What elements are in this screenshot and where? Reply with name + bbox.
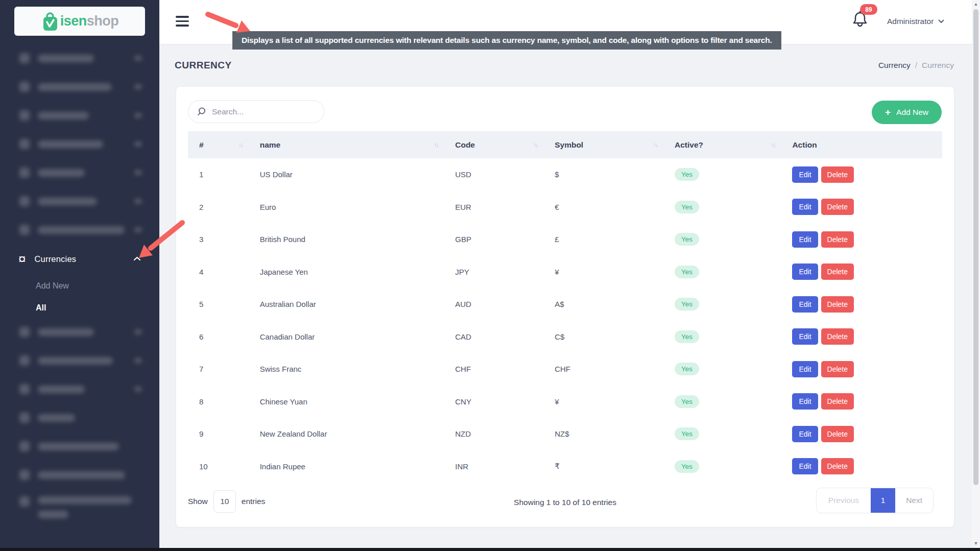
breadcrumb-item[interactable]: Currency — [878, 61, 911, 70]
edit-button[interactable]: Edit — [792, 296, 818, 313]
breadcrumb: Currency / Currency — [878, 61, 954, 70]
sidebar-item-blurred[interactable] — [0, 375, 159, 403]
sidebar-item-label: Currencies — [34, 254, 76, 264]
sort-arrows-icon[interactable]: ↑↓ — [533, 141, 537, 149]
blurred-icon — [19, 327, 30, 337]
delete-button[interactable]: Delete — [821, 296, 854, 313]
column-header-name[interactable]: name↑↓ — [248, 131, 443, 158]
cell-number: 3 — [188, 223, 248, 256]
edit-button[interactable]: Edit — [792, 199, 818, 215]
sidebar-item-blurred[interactable] — [0, 403, 159, 432]
brand-logo[interactable]: isenshop — [14, 7, 145, 36]
cell-symbol: ¥ — [542, 386, 662, 418]
sort-arrows-icon[interactable]: ↑↓ — [771, 141, 775, 149]
search-input[interactable] — [212, 107, 309, 116]
column-header-active[interactable]: Active?↑↓ — [662, 131, 780, 158]
sidebar-item-blurred[interactable] — [0, 489, 159, 530]
sort-arrows-icon[interactable]: ↑↓ — [653, 141, 657, 149]
edit-button[interactable]: Edit — [792, 458, 818, 474]
edit-button[interactable]: Edit — [792, 361, 818, 377]
sort-arrows-icon[interactable]: ↑↓ — [238, 141, 243, 149]
blurred-icon — [19, 167, 30, 178]
pagination-page-1-button[interactable]: 1 — [871, 488, 895, 513]
sidebar-item-blurred[interactable] — [0, 432, 159, 461]
edit-button[interactable]: Edit — [792, 328, 818, 345]
user-menu[interactable]: Administrator — [887, 17, 944, 26]
edit-button[interactable]: Edit — [792, 166, 818, 183]
entries-label: entries — [242, 497, 266, 506]
sidebar-item-blurred[interactable] — [0, 318, 159, 346]
sidebar-item-blurred[interactable] — [0, 73, 159, 101]
cell-symbol: € — [542, 191, 662, 224]
sidebar-item-blurred[interactable] — [0, 44, 159, 73]
pagination-next-button[interactable]: Next — [895, 488, 933, 513]
scroll-up-arrow-icon[interactable]: ▲ — [972, 0, 980, 8]
blurred-chevron-icon — [134, 84, 142, 89]
sidebar-subitem-add-new[interactable]: Add New — [0, 274, 159, 298]
delete-button[interactable]: Delete — [821, 231, 854, 248]
cell-name: New Zealand Dollar — [248, 418, 443, 450]
delete-button[interactable]: Delete — [821, 166, 854, 183]
cell-code: CAD — [443, 321, 542, 353]
active-badge: Yes — [675, 363, 699, 375]
delete-button[interactable]: Delete — [821, 263, 854, 280]
column-header-symbol[interactable]: Symbol↑↓ — [542, 131, 662, 158]
sidebar-item-blurred[interactable] — [0, 215, 159, 244]
delete-button[interactable]: Delete — [821, 328, 854, 345]
edit-button[interactable]: Edit — [792, 393, 818, 410]
delete-button[interactable]: Delete — [821, 458, 854, 474]
blurred-chevron-icon — [134, 199, 142, 204]
page-size-control: Show entries — [188, 490, 265, 513]
cell-symbol: CHF — [542, 353, 662, 386]
delete-button[interactable]: Delete — [821, 361, 854, 377]
bottom-edge-strip — [0, 548, 980, 551]
cell-code: INR — [443, 450, 542, 483]
edit-button[interactable]: Edit — [792, 263, 818, 280]
active-badge: Yes — [675, 233, 699, 246]
delete-button[interactable]: Delete — [821, 426, 854, 442]
table-header-row: #↑↓name↑↓Code↑↓Symbol↑↓Active?↑↓Action — [188, 131, 942, 158]
sidebar-subitem-all[interactable]: All — [0, 298, 159, 318]
sort-arrows-icon[interactable]: ↑↓ — [434, 141, 438, 149]
scrollbar-thumb[interactable] — [973, 9, 978, 485]
currency-card: + Add New #↑↓name↑↓Code↑↓Symbol↑↓Active?… — [176, 87, 954, 527]
sidebar-item-blurred[interactable] — [0, 101, 159, 130]
brand-name: isenshop — [60, 13, 119, 29]
add-new-button[interactable]: + Add New — [872, 101, 942, 124]
cell-number: 8 — [188, 386, 248, 418]
column-header-[interactable]: #↑↓ — [188, 131, 248, 158]
currency-table-wrapper: #↑↓name↑↓Code↑↓Symbol↑↓Active?↑↓Action 1… — [188, 131, 942, 483]
sidebar-toggle-button[interactable] — [176, 16, 189, 29]
sidebar-item-blurred[interactable] — [0, 158, 159, 187]
pagination-previous-button[interactable]: Previous — [817, 488, 871, 513]
sidebar-item-blurred[interactable] — [0, 130, 159, 158]
scroll-down-arrow-icon[interactable]: ▼ — [972, 539, 980, 547]
table-row: 7 Swiss Franc CHF CHF Yes Edit Delete — [188, 353, 942, 386]
delete-button[interactable]: Delete — [821, 393, 854, 410]
column-header-action: Action — [780, 131, 942, 158]
sidebar-item-blurred[interactable] — [0, 187, 159, 215]
cell-code: EUR — [443, 191, 542, 224]
edit-button[interactable]: Edit — [792, 426, 818, 442]
cell-active: Yes — [662, 158, 780, 191]
edit-button[interactable]: Edit — [792, 231, 818, 248]
cell-number: 6 — [188, 321, 248, 353]
column-header-code[interactable]: Code↑↓ — [443, 131, 542, 158]
shopping-bag-icon — [41, 11, 59, 32]
cell-code: CHF — [443, 353, 542, 386]
delete-button[interactable]: Delete — [821, 199, 854, 215]
cell-number: 10 — [188, 450, 248, 483]
scrollbar[interactable]: ▲ ▼ — [972, 0, 980, 548]
blurred-icon — [19, 53, 30, 63]
blurred-chevron-icon — [134, 170, 142, 175]
chevron-up-icon — [133, 256, 141, 261]
show-label: Show — [188, 497, 208, 506]
cell-actions: Edit Delete — [780, 191, 942, 224]
cell-symbol: NZ$ — [542, 418, 662, 450]
sidebar-item-blurred[interactable] — [0, 346, 159, 375]
page-size-input[interactable] — [213, 490, 236, 513]
blurred-icon — [19, 413, 30, 423]
sidebar-item-blurred[interactable] — [0, 461, 159, 489]
cell-active: Yes — [662, 191, 780, 224]
sidebar-item-currencies[interactable]: ¤ Currencies — [0, 244, 159, 274]
